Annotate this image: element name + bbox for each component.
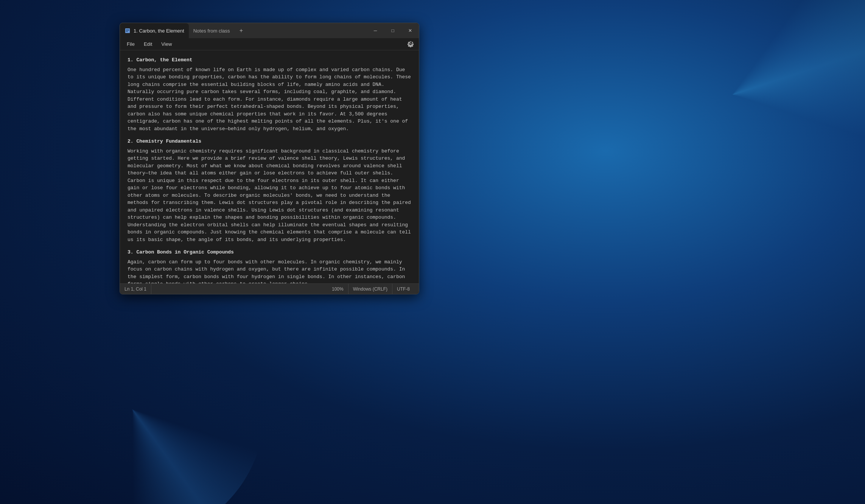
menu-bar: File Edit View (120, 38, 419, 50)
status-zoom[interactable]: 100% (327, 284, 348, 294)
section-heading-1: 1. Carbon, the Element (128, 56, 411, 64)
tab-notes[interactable]: Notes from class (189, 23, 235, 38)
status-bar: Ln 1, Col 1 100% Windows (CRLF) UTF-8 (120, 283, 419, 294)
tab-label-notes: Notes from class (193, 28, 230, 34)
close-button[interactable]: ✕ (401, 23, 419, 38)
section-body-1: One hundred percent of known life on Ear… (128, 66, 411, 133)
status-encoding[interactable]: UTF-8 (392, 284, 414, 294)
swirl-decoration-1 (562, 0, 865, 265)
menu-items: File Edit View (123, 40, 176, 48)
svg-rect-2 (126, 30, 129, 31)
menu-edit[interactable]: Edit (140, 40, 156, 48)
settings-button[interactable] (405, 39, 416, 50)
section-heading-3: 3. Carbon Bonds in Organic Compounds (128, 249, 411, 256)
tab-carbon[interactable]: 1. Carbon, the Element (120, 23, 189, 38)
section-body-2: Working with organic chemistry requires … (128, 148, 411, 244)
notepad-window: 1. Carbon, the Element Notes from class … (120, 23, 419, 294)
section-body-3: Again, carbon can form up to four bonds … (128, 258, 411, 284)
svg-rect-1 (126, 30, 129, 30)
minimize-button[interactable]: ─ (367, 23, 384, 38)
window-controls: ─ □ ✕ (367, 23, 419, 38)
status-line-ending[interactable]: Windows (CRLF) (348, 284, 392, 294)
maximize-button[interactable]: □ (384, 23, 401, 38)
menu-view[interactable]: View (157, 40, 176, 48)
title-bar: 1. Carbon, the Element Notes from class … (120, 23, 419, 38)
section-heading-2: 2. Chemistry Fundamentals (128, 138, 411, 145)
new-tab-button[interactable]: + (235, 23, 248, 38)
status-cursor-position: Ln 1, Col 1 (124, 284, 151, 294)
tab-icon-carbon (124, 28, 131, 34)
content-area[interactable]: 1. Carbon, the Element One hundred perce… (120, 50, 419, 283)
tab-label-carbon: 1. Carbon, the Element (134, 28, 184, 34)
svg-rect-3 (126, 31, 128, 32)
tabs-area: 1. Carbon, the Element Notes from class … (120, 23, 367, 38)
swirl-decoration-2 (0, 277, 265, 504)
menu-file[interactable]: File (123, 40, 138, 48)
